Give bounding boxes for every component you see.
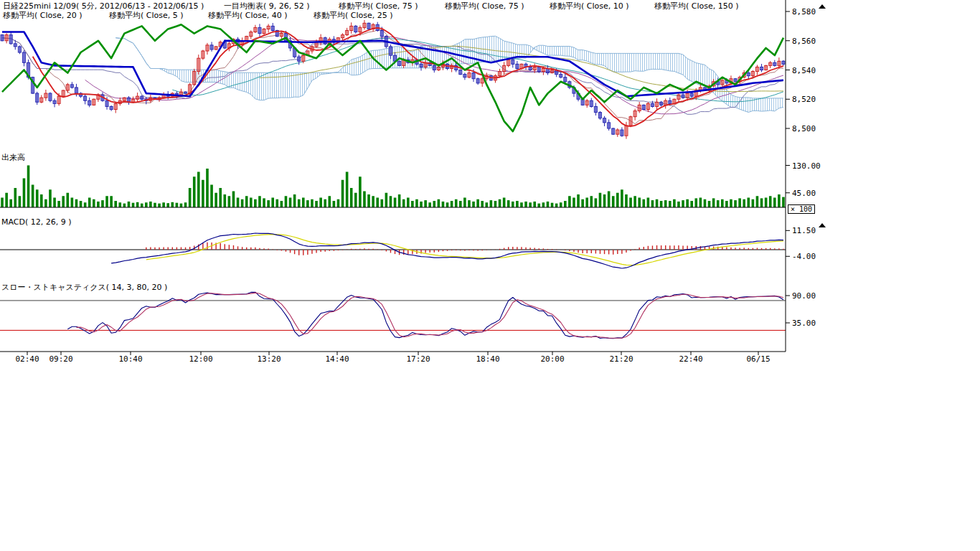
volume-bar	[769, 196, 772, 207]
macd-axis-label: -4.00	[792, 252, 816, 261]
price-axis-label: 8,520	[792, 95, 816, 104]
volume-bar	[9, 199, 12, 207]
volume-bar	[455, 199, 458, 207]
candle-body	[18, 47, 21, 52]
volume-bar	[682, 200, 684, 207]
volume-bar	[537, 204, 540, 207]
volume-bar	[699, 198, 702, 208]
volume-bar	[407, 198, 410, 208]
volume-bar	[97, 202, 100, 207]
volume-bar	[62, 196, 65, 207]
candle-body	[751, 72, 754, 76]
volume-bar	[166, 203, 169, 207]
candle-body	[664, 100, 667, 105]
candle-body	[542, 68, 545, 71]
volume-bar	[105, 196, 108, 207]
price-axis-label: 8,500	[792, 124, 816, 133]
volume-bar	[499, 199, 501, 207]
volume-bar	[302, 198, 305, 208]
candle-body	[537, 67, 540, 71]
volume-bar	[363, 192, 366, 208]
volume-bar	[533, 202, 536, 207]
candle-body	[258, 27, 261, 33]
candle-body	[633, 111, 636, 117]
volume-bar	[629, 198, 632, 208]
volume-bar	[524, 202, 527, 207]
candle-body	[686, 93, 689, 98]
volume-bar	[551, 203, 554, 207]
volume-bar	[271, 198, 274, 208]
volume-bar	[53, 198, 56, 208]
volume-bar	[633, 196, 636, 207]
volume-bar	[193, 176, 196, 207]
price-axis-label: 8,540	[792, 66, 816, 75]
volume-bar	[215, 193, 217, 207]
volume-bar	[468, 200, 471, 207]
axis-scroll-up-icon[interactable]	[819, 4, 826, 9]
volume-bar	[529, 202, 532, 207]
volume-bar	[385, 193, 388, 207]
candle-body	[9, 35, 12, 44]
time-axis-label: 17:20	[406, 354, 430, 364]
candle-body	[346, 30, 349, 34]
candle-body	[66, 85, 69, 90]
candle-body	[778, 61, 781, 65]
volume-bar	[390, 196, 392, 207]
volume-bar	[324, 199, 326, 207]
volume-bar	[717, 200, 720, 207]
volume-bar	[451, 201, 453, 207]
volume-bar	[507, 200, 510, 207]
candle-body	[512, 60, 514, 64]
macd-panel	[0, 233, 786, 268]
volume-bar	[581, 199, 584, 207]
volume-bar	[411, 201, 414, 207]
volume-bar	[36, 189, 39, 207]
volume-bar	[197, 172, 200, 208]
volume-bar	[128, 202, 131, 207]
volume-multiplier-badge: × 100	[788, 204, 815, 214]
chart-canvas[interactable]: 8,5808,5608,5408,5208,500130.0045.0011.5…	[0, 0, 980, 551]
candle-body	[271, 26, 274, 30]
candle-body	[598, 113, 601, 118]
volume-bar	[219, 188, 222, 207]
candle-body	[638, 105, 641, 110]
volume-bar	[258, 196, 261, 207]
volume-bar	[376, 198, 379, 208]
volume-bar	[333, 201, 336, 207]
volume-bar	[84, 202, 87, 207]
volume-bar	[494, 201, 497, 207]
candle-body	[193, 72, 196, 85]
stoch-d-line	[77, 293, 784, 338]
candle-body	[472, 73, 475, 79]
candle-body	[755, 67, 758, 71]
volume-bar	[245, 196, 248, 207]
volume-bar	[5, 193, 8, 207]
candle-body	[267, 26, 270, 29]
axis-scroll-up-icon[interactable]	[819, 223, 826, 227]
time-axis-label: 12:00	[189, 354, 212, 364]
volume-bar	[228, 196, 231, 207]
volume-bar	[367, 194, 370, 207]
volume-bar	[71, 198, 74, 208]
volume-bar	[463, 198, 466, 208]
candle-body	[245, 37, 248, 41]
candle-body	[603, 118, 606, 123]
candle-body	[49, 93, 52, 100]
volume-bar	[555, 204, 558, 207]
volume-bar	[686, 199, 689, 207]
candle-body	[84, 96, 87, 100]
candle-body	[590, 100, 593, 106]
volume-bar	[289, 198, 292, 208]
candle-body	[625, 126, 628, 136]
candle-body	[747, 73, 750, 76]
candle-body	[40, 98, 43, 102]
volume-bar	[14, 188, 17, 207]
candle-body	[280, 34, 283, 37]
candle-body	[420, 64, 423, 67]
candle-body	[690, 93, 693, 96]
volume-bar	[747, 198, 750, 208]
candle-body	[433, 65, 435, 70]
volume-bar	[520, 202, 523, 207]
volume-bar	[75, 199, 78, 207]
time-axis-label: 13:20	[257, 354, 281, 364]
